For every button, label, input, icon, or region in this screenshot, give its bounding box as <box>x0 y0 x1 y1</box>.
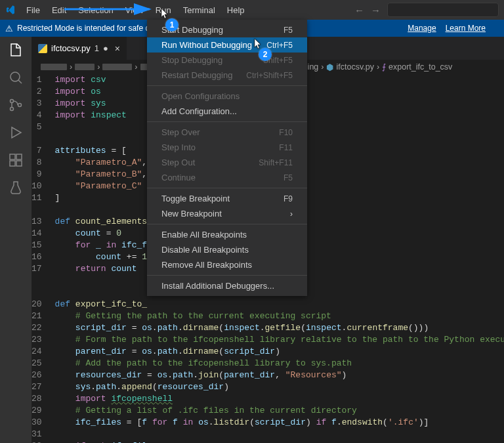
python-file-icon <box>38 44 47 53</box>
restricted-text: Restricted Mode is intended for safe cod… <box>17 24 162 33</box>
titlebar-search-input[interactable] <box>387 3 499 17</box>
menu-step-over: Step OverF10 <box>147 125 307 140</box>
menu-help[interactable]: Help <box>222 3 250 18</box>
vscode-logo <box>5 5 16 15</box>
menu-stop-debugging: Stop DebuggingShift+F5 <box>147 53 307 68</box>
menu-step-out: Step OutShift+F11 <box>147 155 307 170</box>
menu-run[interactable]: Run <box>150 3 177 18</box>
restricted-manage-link[interactable]: Manage <box>408 24 436 33</box>
menu-open-configurations: Open Configurations <box>147 89 307 104</box>
search-icon[interactable] <box>8 70 24 85</box>
svg-point-3 <box>18 104 22 107</box>
menu-edit[interactable]: Edit <box>47 3 72 18</box>
menu-restart-debugging: Restart DebuggingCtrl+Shift+F5 <box>147 68 307 83</box>
menu-step-into: Step IntoF11 <box>147 140 307 155</box>
menu-install-debuggers[interactable]: Install Additional Debuggers... <box>147 278 307 293</box>
shield-icon: ⚠ <box>5 24 13 33</box>
menu-file[interactable]: File <box>21 3 45 18</box>
breadcrumb-redacted <box>102 64 132 70</box>
breadcrumb-file[interactable]: ifctocsv.py <box>336 62 373 72</box>
menu-new-breakpoint[interactable]: New Breakpoint› <box>147 206 307 221</box>
restricted-learn-link[interactable]: Learn More <box>446 24 486 33</box>
menu-continue: ContinueF5 <box>147 170 307 185</box>
menu-enable-all-breakpoints[interactable]: Enable All Breakpoints <box>147 227 307 242</box>
svg-rect-5 <box>16 154 22 159</box>
menu-run-without-debugging[interactable]: Run Without DebuggingCtrl+F5 <box>147 37 307 53</box>
explorer-icon[interactable] <box>8 42 24 58</box>
titlebar: File Edit Selection View Run Terminal He… <box>0 0 504 20</box>
svg-rect-7 <box>16 161 22 166</box>
close-icon[interactable]: × <box>115 43 120 54</box>
nav-back-icon[interactable]: ← <box>354 5 364 16</box>
nav-forward-icon[interactable]: → <box>371 5 381 16</box>
menu-toggle-breakpoint[interactable]: Toggle BreakpointF9 <box>147 191 307 206</box>
breadcrumb-function[interactable]: export_ifc_to_csv <box>388 62 452 72</box>
tab-ifctocsv[interactable]: ifctocsv.py 1 ● × <box>32 37 127 60</box>
breadcrumb-redacted <box>75 64 94 70</box>
menu-view[interactable]: View <box>120 3 149 18</box>
svg-rect-6 <box>10 161 15 166</box>
menu-terminal[interactable]: Terminal <box>178 3 220 18</box>
tab-filename: ifctocsv.py <box>51 43 91 53</box>
function-icon: ⨍ <box>382 62 386 72</box>
tab-dirty-indicator: 1 <box>94 43 99 53</box>
svg-point-1 <box>10 100 14 103</box>
svg-rect-4 <box>10 154 15 159</box>
run-debug-icon[interactable] <box>8 125 24 140</box>
menu-add-configuration[interactable]: Add Configuration... <box>147 104 307 119</box>
extensions-icon[interactable] <box>8 152 24 168</box>
run-menu-dropdown: Start DebuggingF5 Run Without DebuggingC… <box>147 20 307 296</box>
activity-bar <box>0 37 32 443</box>
menu-disable-all-breakpoints[interactable]: Disable All Breakpoints <box>147 242 307 257</box>
breadcrumb-redacted <box>41 64 67 70</box>
menu-remove-all-breakpoints[interactable]: Remove All Breakpoints <box>147 257 307 272</box>
svg-point-2 <box>10 108 14 111</box>
python-file-icon: ⬢ <box>326 62 333 72</box>
testing-icon[interactable] <box>8 180 24 196</box>
menu-start-debugging[interactable]: Start DebuggingF5 <box>147 22 307 37</box>
tab-modified-dot: ● <box>103 43 108 53</box>
source-control-icon[interactable] <box>8 97 24 113</box>
svg-point-0 <box>10 72 20 81</box>
menu-selection[interactable]: Selection <box>73 3 118 18</box>
line-gutter: 1234578910111314151617202122232425262728… <box>32 74 52 443</box>
